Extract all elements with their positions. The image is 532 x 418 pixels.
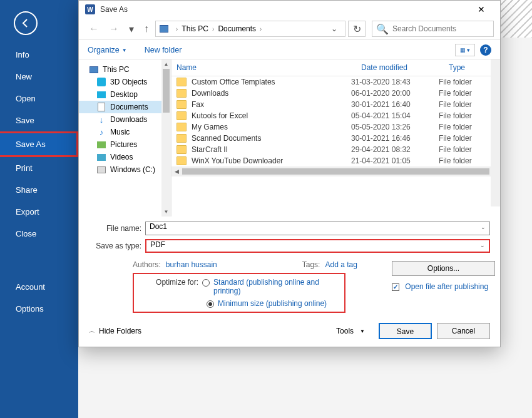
- breadcrumb[interactable]: › This PC › Documents › ⌄: [155, 21, 345, 37]
- file-list: Name Date modified Type Custom Office Te…: [171, 59, 500, 217]
- table-row[interactable]: Kutools for Excel05-04-2021 15:04File fo…: [171, 110, 500, 121]
- table-row[interactable]: Fax30-01-2021 16:40File folder: [171, 99, 500, 110]
- saveastype-label: Save as type:: [89, 242, 145, 250]
- folder-icon: [176, 89, 187, 98]
- chevron-down-icon[interactable]: ⌄: [480, 242, 485, 248]
- word-icon: W: [85, 4, 95, 14]
- tools-menu[interactable]: Tools▼: [336, 327, 365, 335]
- breadcrumb-folder[interactable]: Documents: [218, 24, 256, 33]
- scroll-thumb[interactable]: [163, 69, 170, 113]
- chevron-down-icon[interactable]: ⌄: [331, 24, 337, 33]
- openfile-label[interactable]: Open file after publishing: [405, 282, 488, 291]
- pc-icon: [160, 25, 168, 33]
- save-button[interactable]: Save: [379, 323, 432, 339]
- table-row[interactable]: Scanned Documents30-01-2021 16:46File fo…: [171, 133, 500, 144]
- 3d-icon: [97, 78, 106, 86]
- background-decoration: [498, 0, 532, 38]
- filename-input[interactable]: Doc1⌄: [145, 222, 490, 235]
- table-row[interactable]: WinX YouTube Downloader21-04-2021 01:05F…: [171, 155, 500, 166]
- tree-scrollbar[interactable]: ▲ ▼: [161, 59, 171, 217]
- organize-menu[interactable]: Organize▼: [88, 46, 127, 54]
- tree-item-desktop[interactable]: Desktop: [79, 88, 171, 101]
- sidebar-item-new[interactable]: New: [0, 66, 78, 88]
- hide-folders-button[interactable]: ︿ Hide Folders: [89, 327, 141, 335]
- row-type: File folder: [439, 156, 495, 165]
- tags-label: Tags:: [302, 260, 320, 269]
- tree-item-3dobjects[interactable]: 3D Objects: [79, 76, 171, 88]
- table-row[interactable]: My Games05-05-2020 13:26File folder: [171, 121, 500, 133]
- sidebar-item-close[interactable]: Close: [0, 223, 78, 245]
- desktop-icon: [97, 91, 106, 98]
- column-name[interactable]: Name: [171, 59, 356, 76]
- row-name: Downloads: [192, 89, 351, 98]
- nav-back-icon[interactable]: ←: [85, 23, 103, 34]
- chevron-down-icon[interactable]: ⌄: [481, 224, 486, 230]
- table-row[interactable]: StarCraft II29-04-2021 08:32File folder: [171, 144, 500, 155]
- folder-icon: [176, 134, 187, 143]
- tree-item-documents[interactable]: Documents: [79, 101, 171, 113]
- tree-item-pictures[interactable]: Pictures: [79, 138, 171, 151]
- options-button[interactable]: Options...: [392, 261, 495, 276]
- search-input[interactable]: 🔍: [372, 21, 494, 37]
- disk-icon: [97, 166, 106, 173]
- tree-item-music[interactable]: ♪Music: [79, 126, 171, 138]
- sidebar-item-open[interactable]: Open: [0, 88, 78, 110]
- column-date[interactable]: Date modified: [356, 59, 444, 76]
- tree-item-windowsc[interactable]: Windows (C:): [79, 163, 171, 176]
- sidebar-item-account[interactable]: Account: [0, 276, 78, 298]
- authors-value[interactable]: burhan hussain: [166, 260, 217, 269]
- refresh-button[interactable]: ↻: [348, 21, 366, 37]
- sidebar-item-save[interactable]: Save: [0, 110, 78, 131]
- row-type: File folder: [439, 134, 495, 143]
- nav-forward-icon[interactable]: →: [105, 23, 123, 34]
- dialog-title: Save As: [100, 5, 128, 14]
- chevron-down-icon: ▼: [122, 48, 127, 53]
- tree-item-videos[interactable]: Videos: [79, 151, 171, 163]
- row-type: File folder: [439, 89, 495, 98]
- sidebar-item-info[interactable]: Info: [0, 44, 78, 66]
- scroll-down-icon[interactable]: ▼: [161, 207, 171, 217]
- breadcrumb-root[interactable]: This PC: [182, 24, 208, 33]
- tree-item-thispc[interactable]: This PC: [79, 63, 171, 76]
- row-name: My Games: [192, 123, 351, 131]
- scroll-left-icon[interactable]: ◀: [171, 168, 182, 175]
- table-row[interactable]: Downloads06-01-2020 20:00File folder: [171, 88, 500, 99]
- scroll-up-icon[interactable]: ▲: [161, 59, 171, 69]
- list-scrollbar[interactable]: [491, 59, 500, 206]
- new-folder-button[interactable]: New folder: [145, 46, 182, 54]
- help-button[interactable]: ?: [480, 44, 491, 56]
- sidebar-item-share[interactable]: Share: [0, 179, 78, 201]
- folder-icon: [176, 123, 187, 131]
- optimize-standard-label[interactable]: Standard (publishing online and printing…: [213, 278, 339, 295]
- radio-standard[interactable]: [202, 279, 210, 287]
- search-icon: 🔍: [372, 23, 392, 35]
- chevron-right-icon: ›: [212, 26, 214, 33]
- chevron-down-icon: ▼: [360, 329, 365, 334]
- download-icon: ↓: [100, 115, 104, 125]
- radio-minimum[interactable]: [207, 300, 214, 308]
- search-field[interactable]: [392, 24, 493, 33]
- row-date: 31-03-2020 18:43: [351, 78, 439, 86]
- table-row[interactable]: Custom Office Templates31-03-2020 18:43F…: [171, 76, 500, 88]
- optimize-section: Optimize for: Standard (publishing onlin…: [133, 273, 345, 313]
- saveastype-select[interactable]: PDF⌄: [145, 239, 490, 253]
- navbar: ← → ▾ ↑ › This PC › Documents › ⌄ ↻ 🔍: [79, 18, 500, 40]
- close-button[interactable]: ✕: [469, 4, 494, 14]
- sidebar-item-options[interactable]: Options: [0, 298, 78, 320]
- nav-up-icon[interactable]: ↑: [140, 23, 153, 34]
- back-button[interactable]: [14, 11, 38, 35]
- row-type: File folder: [439, 78, 495, 86]
- sidebar-item-export[interactable]: Export: [0, 201, 78, 223]
- horizontal-scrollbar[interactable]: ◀ ▶: [171, 166, 500, 176]
- cancel-button[interactable]: Cancel: [437, 323, 490, 339]
- sidebar-item-saveas[interactable]: Save As: [0, 131, 78, 157]
- row-type: File folder: [439, 145, 495, 154]
- sidebar-item-print[interactable]: Print: [0, 157, 78, 179]
- tags-value[interactable]: Add a tag: [325, 260, 357, 269]
- optimize-minimum-label[interactable]: Minimum size (publishing online): [218, 299, 327, 308]
- scroll-thumb[interactable]: [182, 168, 489, 175]
- tree-item-downloads[interactable]: ↓Downloads: [79, 113, 171, 126]
- nav-recent-icon[interactable]: ▾: [125, 23, 138, 35]
- view-mode-button[interactable]: ▦ ▾: [455, 44, 475, 56]
- openfile-checkbox[interactable]: ✓: [392, 283, 399, 291]
